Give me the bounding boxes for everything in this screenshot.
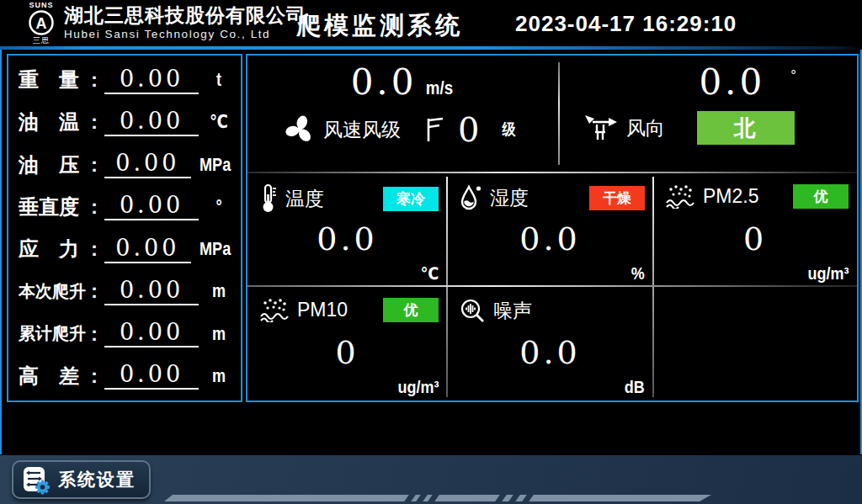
wind-vane-icon (583, 114, 618, 142)
company-name: 湖北三思科技股份有限公司 Hubei Sansi Technology Co.,… (64, 3, 306, 42)
sensor-name: PM2.5 (703, 185, 758, 208)
measure-row-verticality: 垂直度: 0.00 ° (8, 186, 241, 228)
sensor-card-empty (653, 287, 857, 401)
dust-icon (259, 297, 290, 322)
sensor-value: 0 (247, 334, 447, 371)
wind-direction-unit: ° (790, 67, 796, 84)
company-name-cn: 湖北三思科技股份有限公司 (64, 3, 306, 27)
measure-label: 油 压 (19, 151, 91, 178)
sensor-unit: ug/m³ (397, 378, 439, 397)
measure-label: 油 温 (19, 109, 91, 135)
wind-row: 0.0 m/s (247, 56, 857, 172)
wind-direction-reading-button[interactable]: 北 (697, 111, 795, 145)
sensor-value: 0 (653, 220, 857, 257)
dust-icon (665, 183, 695, 209)
sensor-value: 0.0 (247, 220, 447, 257)
status-badge: 优 (383, 298, 439, 322)
measure-label: 本次爬升 (19, 280, 91, 303)
measure-row-height-diff: 高 差: 0.00 m (8, 355, 241, 397)
datetime-display: 2023-04-17 16:29:10 (515, 11, 737, 37)
measure-unit: m (206, 323, 231, 345)
measure-value: 0.00 (104, 151, 191, 178)
wind-speed-section: 0.0 m/s (247, 56, 559, 172)
measure-unit: ℃ (206, 111, 231, 133)
sensor-value: 0.0 (447, 334, 653, 371)
measure-value: 0.00 (104, 109, 199, 136)
sensor-name: PM10 (297, 299, 348, 321)
measure-row-stress: 应 力: 0.00 MPa (8, 228, 241, 270)
wind-direction-label: 风向 (626, 115, 665, 141)
wind-level-flag-icon (424, 116, 444, 143)
sensor-card-humidity: 湿度 干燥 0.0 % (447, 173, 653, 287)
wind-direction-value: 0.0 (699, 62, 765, 103)
taskbar: 系统设置 (0, 455, 862, 504)
grid-divider (247, 285, 857, 287)
wind-direction-section: 0.0 ° (559, 56, 857, 172)
measure-label: 重 量 (19, 66, 91, 93)
grid-divider (652, 177, 654, 397)
sensor-name: 温度 (285, 186, 324, 212)
settings-button[interactable]: 系统设置 (12, 460, 151, 499)
environment-panel: 0.0 m/s (246, 54, 859, 402)
logo-suns-text: SUNS (22, 1, 61, 9)
measure-row-weight: 重 量: 0.00 t (8, 59, 241, 101)
measure-row-total-climb: 累计爬升: 0.00 m (8, 313, 241, 355)
measurement-panel: 重 量: 0.00 t 油 温: 0.00 ℃ 油 压: 0.00 MPa 垂直… (7, 54, 242, 402)
page-title: 爬模监测系统 (296, 9, 463, 43)
measure-unit: m (206, 280, 231, 302)
wind-level-unit: 级 (503, 119, 516, 141)
thermometer-icon (259, 183, 278, 214)
measure-value: 0.00 (104, 193, 199, 220)
droplet-icon (459, 183, 482, 212)
measure-label: 累计爬升 (19, 322, 91, 345)
status-badge: 优 (793, 184, 849, 209)
climbing-formwork-monitor-app: SUNS A 三思 湖北三思科技股份有限公司 Hubei Sansi Techn… (0, 0, 862, 504)
wind-level-value: 0 (458, 111, 482, 148)
sensor-card-pm10: PM10 优 0 ug/m³ (247, 287, 447, 401)
sensor-unit: % (631, 264, 645, 284)
company-name-en: Hubei Sansi Technology Co., Ltd (64, 27, 306, 42)
measure-value: 0.00 (104, 66, 199, 94)
sensor-unit: dB (625, 378, 645, 397)
taskbar-decorative-stripe (164, 495, 711, 501)
measure-value: 0.00 (104, 362, 199, 390)
settings-sliders-gear-icon (22, 464, 51, 495)
measure-value: 0.00 (104, 320, 199, 347)
content-area: 重 量: 0.00 t 油 温: 0.00 ℃ 油 压: 0.00 MPa 垂直… (0, 50, 862, 454)
status-badge: 干燥 (589, 186, 645, 210)
company-logo: SUNS A 三思 (22, 1, 61, 45)
measure-row-oil-temp: 油 温: 0.00 ℃ (8, 101, 241, 143)
measure-label: 应 力 (19, 236, 91, 263)
measure-unit: MPa (200, 238, 231, 260)
measure-value: 0.00 (104, 236, 191, 263)
status-badge: 寒冷 (383, 187, 439, 211)
measure-unit: ° (206, 196, 231, 218)
sensor-card-temperature: 温度 寒冷 0.0 ℃ (247, 173, 447, 287)
logo-sansi-text: 三思 (22, 36, 61, 45)
settings-button-label: 系统设置 (58, 468, 136, 491)
grid-divider (446, 177, 448, 397)
svg-text:A: A (36, 15, 47, 32)
header: SUNS A 三思 湖北三思科技股份有限公司 Hubei Sansi Techn… (0, 0, 862, 46)
measure-value: 0.00 (104, 278, 199, 305)
logo-circle-icon: A (28, 9, 55, 36)
wind-speed-value: 0.0 (351, 62, 418, 103)
sensor-name: 湿度 (490, 185, 529, 211)
measure-row-current-climb: 本次爬升: 0.00 m (8, 270, 241, 312)
sensor-value: 0.0 (447, 220, 653, 257)
sensor-unit: ℃ (420, 263, 439, 284)
measure-label: 高 差 (19, 363, 91, 390)
wind-speed-label: 风速风级 (323, 117, 401, 143)
sensor-card-noise: 噪声 0.0 dB (447, 287, 653, 401)
wind-speed-unit: m/s (426, 77, 453, 99)
sensor-grid: 温度 寒冷 0.0 ℃ (247, 173, 857, 401)
measure-unit: t (206, 69, 231, 91)
fan-icon (285, 114, 315, 145)
sensor-name: 噪声 (493, 298, 532, 324)
noise-icon (459, 297, 486, 324)
measure-unit: MPa (200, 154, 231, 176)
sensor-card-pm25: PM2.5 优 0 ug/m³ (653, 173, 857, 287)
measure-unit: m (206, 365, 231, 387)
measure-label: 垂直度 (19, 194, 91, 220)
measure-row-oil-pressure: 油 压: 0.00 MPa (8, 144, 241, 186)
